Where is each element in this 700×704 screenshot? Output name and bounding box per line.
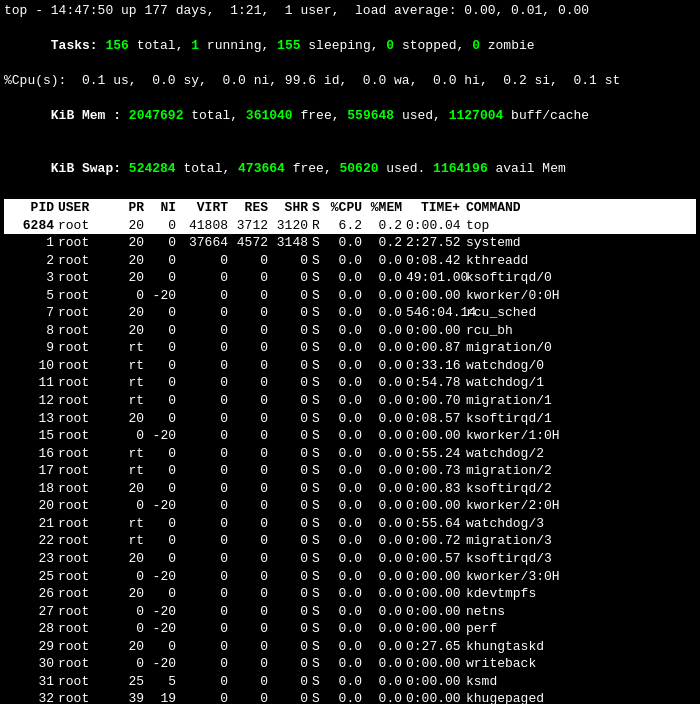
cell-s: S [312, 638, 326, 656]
cell-virt: 0 [180, 252, 232, 270]
cell-ni: 0 [148, 252, 180, 270]
cell-pr: 0 [116, 655, 148, 673]
cell-cpu: 0.0 [326, 287, 366, 305]
cell-command: khungtaskd [464, 638, 694, 656]
cell-res: 0 [232, 462, 272, 480]
cell-s: S [312, 690, 326, 704]
cell-ni: 0 [148, 392, 180, 410]
cell-pr: 25 [116, 673, 148, 691]
cell-pr: 20 [116, 585, 148, 603]
cell-user: root [58, 217, 116, 235]
cell-command: systemd [464, 234, 694, 252]
cell-command: khugepaged [464, 690, 694, 704]
cell-pr: rt [116, 515, 148, 533]
cell-ni: -20 [148, 427, 180, 445]
cell-s: S [312, 655, 326, 673]
cell-command: ksoftirqd/3 [464, 550, 694, 568]
cell-shr: 0 [272, 339, 312, 357]
cell-mem: 0.0 [366, 304, 406, 322]
cell-pid: 15 [6, 427, 58, 445]
cell-mem: 0.2 [366, 217, 406, 235]
cell-ni: 5 [148, 673, 180, 691]
cell-mem: 0.0 [366, 269, 406, 287]
cell-mem: 0.0 [366, 339, 406, 357]
cell-s: S [312, 339, 326, 357]
cell-time: 0:55.24 [406, 445, 464, 463]
cell-res: 3712 [232, 217, 272, 235]
cell-time: 0:00.87 [406, 339, 464, 357]
cell-time: 0:00.00 [406, 427, 464, 445]
cell-s: S [312, 462, 326, 480]
cell-virt: 0 [180, 322, 232, 340]
cell-virt: 0 [180, 374, 232, 392]
cell-ni: 0 [148, 532, 180, 550]
cell-command: kthreadd [464, 252, 694, 270]
cell-pid: 9 [6, 339, 58, 357]
cell-mem: 0.0 [366, 515, 406, 533]
cell-pr: rt [116, 374, 148, 392]
cell-ni: -20 [148, 568, 180, 586]
cell-cpu: 0.0 [326, 603, 366, 621]
cell-shr: 0 [272, 374, 312, 392]
cell-time: 0:33.16 [406, 357, 464, 375]
cell-command: kworker/2:0H [464, 497, 694, 515]
cell-virt: 0 [180, 304, 232, 322]
cell-pid: 7 [6, 304, 58, 322]
cell-s: S [312, 550, 326, 568]
cell-command: ksoftirqd/0 [464, 269, 694, 287]
cell-pid: 22 [6, 532, 58, 550]
cell-pid: 20 [6, 497, 58, 515]
cell-res: 0 [232, 427, 272, 445]
cell-pr: 20 [116, 322, 148, 340]
cell-command: migration/2 [464, 462, 694, 480]
cell-virt: 37664 [180, 234, 232, 252]
cell-virt: 0 [180, 550, 232, 568]
cell-s: S [312, 322, 326, 340]
cell-user: root [58, 392, 116, 410]
cell-res: 0 [232, 497, 272, 515]
cell-cpu: 0.0 [326, 374, 366, 392]
cell-shr: 0 [272, 462, 312, 480]
cell-s: S [312, 392, 326, 410]
cell-pid: 30 [6, 655, 58, 673]
cell-res: 0 [232, 269, 272, 287]
cell-mem: 0.0 [366, 638, 406, 656]
cell-user: root [58, 620, 116, 638]
cell-user: root [58, 269, 116, 287]
col-header-cpu: %CPU [326, 199, 366, 217]
cell-s: S [312, 287, 326, 305]
cell-mem: 0.0 [366, 550, 406, 568]
cell-pr: rt [116, 392, 148, 410]
cell-cpu: 0.0 [326, 269, 366, 287]
cell-time: 0:00.00 [406, 287, 464, 305]
table-row: 11 root rt 0 0 0 0 S 0.0 0.0 0:54.78 wat… [4, 374, 696, 392]
table-row: 13 root 20 0 0 0 0 S 0.0 0.0 0:08.57 kso… [4, 410, 696, 428]
table-row: 6284 root 20 0 41808 3712 3120 R 6.2 0.2… [4, 217, 696, 235]
cell-mem: 0.0 [366, 568, 406, 586]
cell-virt: 0 [180, 638, 232, 656]
cell-pid: 18 [6, 480, 58, 498]
cell-virt: 0 [180, 690, 232, 704]
cell-ni: 0 [148, 217, 180, 235]
table-row: 20 root 0 -20 0 0 0 S 0.0 0.0 0:00.00 kw… [4, 497, 696, 515]
cell-shr: 0 [272, 568, 312, 586]
cell-res: 0 [232, 550, 272, 568]
cell-pr: 20 [116, 410, 148, 428]
cell-user: root [58, 655, 116, 673]
header-line-2: Tasks: 156 total, 1 running, 155 sleepin… [4, 20, 696, 73]
cell-user: root [58, 673, 116, 691]
tasks-text1: total, [129, 38, 191, 53]
cell-mem: 0.0 [366, 585, 406, 603]
cell-pid: 13 [6, 410, 58, 428]
cell-command: watchdog/1 [464, 374, 694, 392]
cell-virt: 0 [180, 603, 232, 621]
mem-buff: 1127004 [449, 108, 504, 123]
cell-mem: 0.0 [366, 445, 406, 463]
cell-user: root [58, 497, 116, 515]
cell-cpu: 0.0 [326, 234, 366, 252]
cell-mem: 0.0 [366, 252, 406, 270]
cell-cpu: 0.0 [326, 480, 366, 498]
cell-res: 0 [232, 690, 272, 704]
cell-shr: 0 [272, 532, 312, 550]
cell-ni: 0 [148, 585, 180, 603]
